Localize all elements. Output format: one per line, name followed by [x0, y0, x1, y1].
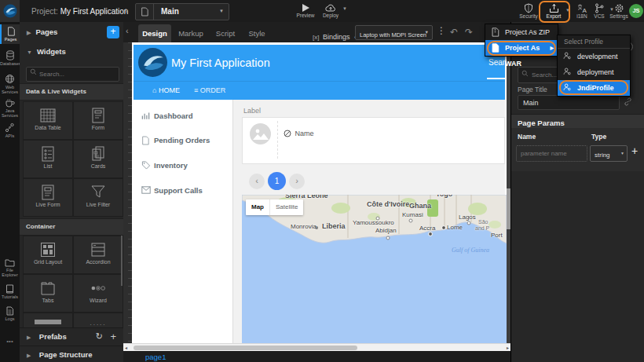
param-type-select[interactable]: string ▼: [590, 145, 628, 162]
pagination-prev-button[interactable]: ‹: [249, 174, 265, 189]
menu-item-project-as-war[interactable]: Project As WAR ▶: [485, 40, 558, 56]
search-icon: [30, 68, 37, 75]
widget-tile-form[interactable]: Form: [74, 102, 123, 139]
tab-script[interactable]: Script: [209, 24, 242, 42]
widget-tile-tabs[interactable]: Tabs: [24, 275, 72, 312]
tab-style[interactable]: Style: [242, 24, 272, 42]
add-param-button[interactable]: +: [631, 144, 638, 157]
label-widget[interactable]: Label: [243, 107, 261, 115]
menu-item-development[interactable]: development: [558, 49, 630, 64]
collapse-panel-icon[interactable]: ‹: [126, 26, 129, 35]
pagination-page-1[interactable]: 1: [268, 172, 286, 190]
menu-item-label: JndiProfile: [577, 80, 614, 96]
widget-tile-data-table[interactable]: Data Table: [24, 102, 72, 139]
breadcrumb-chevron-icon: ›: [125, 5, 128, 16]
widget-tile-partial[interactable]: .....: [74, 313, 123, 327]
user-avatar[interactable]: JS: [629, 4, 643, 18]
device-selector[interactable]: Laptop with MDPI Screen ▼: [355, 25, 433, 40]
file-icon: [141, 136, 149, 145]
rail-item-java-services[interactable]: Java Services: [0, 98, 20, 118]
rail-more-button[interactable]: •••: [0, 339, 20, 344]
pages-icon: [6, 27, 16, 36]
home-icon: ⌂: [152, 86, 156, 94]
scroll-left-arrow[interactable]: ◂: [125, 345, 127, 350]
app-header[interactable]: My First Application Search: [134, 45, 505, 81]
scroll-right-arrow[interactable]: ▸: [507, 345, 509, 350]
menu-item-support-calls[interactable]: Support Calls: [134, 184, 232, 199]
more-dots-icon: •••: [6, 338, 13, 345]
design-canvas: My First Application Search ⌂ HOME ≡ ORD…: [132, 42, 507, 343]
page-structure-header[interactable]: ▶ Page Structure: [20, 346, 123, 362]
app-left-menu: Dashboard Pending Orders Inventory Suppo…: [134, 100, 233, 343]
column-header-type: Type: [591, 133, 606, 141]
more-options-icon[interactable]: ⋮: [437, 25, 446, 36]
widget-search-input[interactable]: [26, 67, 119, 82]
rail-item-web-services[interactable]: Web Services: [0, 74, 20, 94]
menu-item-label: deployment: [577, 64, 614, 80]
menu-item-deployment[interactable]: deployment: [558, 64, 630, 80]
link-icon[interactable]: [624, 97, 632, 106]
rail-item-tutorials[interactable]: Tutorials: [0, 284, 20, 299]
google-map-widget[interactable]: Sierra Leone Côte d'Ivoire Ghana Togo Li…: [242, 195, 507, 343]
menu-item-project-as-zip[interactable]: Project As ZIP: [485, 24, 558, 40]
export-button[interactable]: Export ▼: [540, 3, 567, 19]
map-button[interactable]: Map: [246, 199, 269, 215]
tab-markup[interactable]: Markup: [173, 24, 209, 42]
scrollbar-thumb[interactable]: [134, 346, 357, 350]
page-structure-label: Page Structure: [39, 350, 93, 359]
list-widget[interactable]: Name: [242, 117, 505, 164]
refresh-prefabs-icon[interactable]: ↻: [96, 331, 103, 342]
widget-tile-list[interactable]: List: [24, 141, 72, 177]
menu-item-dashboard[interactable]: Dashboard: [134, 109, 232, 125]
satellite-button[interactable]: Satellite: [270, 199, 303, 215]
add-page-button[interactable]: +: [107, 26, 119, 38]
undo-icon[interactable]: ↶: [450, 27, 458, 38]
redo-icon[interactable]: ↷: [465, 27, 473, 38]
widget-tile-live-form[interactable]: Live Form: [24, 179, 72, 216]
widgets-section-header[interactable]: ▼Widgets: [20, 43, 123, 60]
tile-label: Cards: [74, 163, 123, 169]
panel-scrollbar[interactable]: [121, 236, 123, 286]
nav-home-link[interactable]: ⌂ HOME: [152, 86, 180, 94]
add-prefab-icon[interactable]: +: [110, 331, 116, 342]
menu-item-jndiprofile[interactable]: JndiProfile: [558, 80, 630, 96]
page-params-table: Name Type string ▼ +: [511, 128, 644, 171]
export-label: Export: [540, 13, 567, 19]
pagination-next-button[interactable]: ›: [289, 174, 305, 189]
widget-tile-partial[interactable]: [24, 313, 72, 327]
rail-item-apis[interactable]: APIs: [0, 122, 20, 138]
prefabs-header-label: Prefabs: [39, 332, 67, 341]
security-button[interactable]: Security: [514, 3, 543, 19]
rail-item-databases[interactable]: Databases: [0, 50, 20, 66]
menu-item-pending-orders[interactable]: Pending Orders: [134, 133, 232, 149]
rail-item-logs[interactable]: Logs: [0, 306, 20, 321]
widget-tile-accordion[interactable]: Accordion: [74, 236, 123, 273]
rail-item-pages[interactable]: Pages: [0, 24, 20, 44]
tab-design[interactable]: Design: [138, 24, 171, 42]
nav-order-link[interactable]: ≡ ORDER: [194, 86, 225, 94]
rail-label: Pages: [2, 37, 20, 42]
settings-button[interactable]: Settings ▼: [606, 3, 631, 19]
deploy-button[interactable]: Deploy ▼: [316, 3, 346, 18]
menu-item-label: Support Calls: [154, 186, 203, 195]
bottom-page-tab[interactable]: page1: [145, 353, 166, 361]
prefabs-section-header[interactable]: ▶ Prefabs ↻ +: [20, 327, 123, 346]
tile-label: Live Filter: [74, 202, 123, 207]
page-title-input[interactable]: [518, 95, 620, 110]
form-icon: [90, 108, 106, 123]
page-selector-dropdown[interactable]: Main ▼: [135, 3, 229, 20]
rail-item-file-explorer[interactable]: File Explorer: [0, 258, 20, 277]
wavemaker-logo[interactable]: [0, 0, 20, 22]
card-divider: [277, 121, 279, 159]
search-nav-link[interactable]: Search: [488, 58, 507, 67]
widget-tile-wizard[interactable]: Wizard: [74, 275, 123, 312]
param-name-input[interactable]: [516, 145, 587, 162]
export-menu: Project As ZIP Project As WAR ▶: [485, 24, 558, 57]
widget-tile-cards[interactable]: Cards: [74, 141, 123, 177]
collapse-arrow-icon: ▶: [27, 335, 31, 340]
bindings-button[interactable]: [x] Bindings ▼: [313, 28, 357, 42]
envelope-icon: [141, 186, 151, 194]
widget-tile-live-filter[interactable]: Live Filter: [74, 179, 123, 216]
widget-tile-grid-layout[interactable]: Grid Layout: [24, 236, 72, 273]
menu-item-inventory[interactable]: Inventory: [134, 159, 232, 174]
